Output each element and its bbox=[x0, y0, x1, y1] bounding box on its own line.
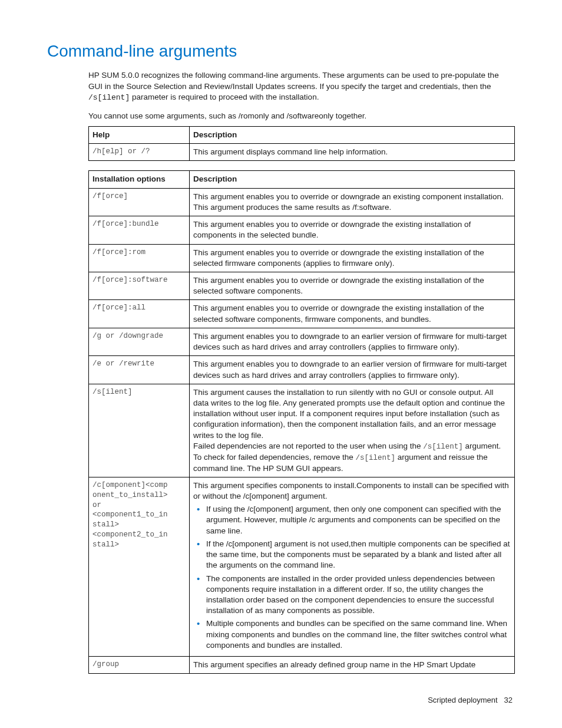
inline-code: /s[ilent] bbox=[423, 443, 463, 451]
arg-cell: /group bbox=[89, 657, 190, 674]
code-line: stall> bbox=[92, 541, 119, 549]
arg-cell: /f[orce]:all bbox=[89, 300, 190, 328]
table-row: /f[orce]:bundle This argument enables yo… bbox=[89, 216, 515, 244]
table-row: /f[orce]:all This argument enables you t… bbox=[89, 300, 515, 328]
table-row: /h[elp] or /? This argument displays com… bbox=[89, 144, 515, 161]
desc-text: This argument causes the installation to… bbox=[193, 388, 505, 440]
arg-cell: /f[orce]:bundle bbox=[89, 216, 190, 244]
table-row: /f[orce] This argument enables you to ov… bbox=[89, 188, 515, 216]
intro-paragraph-2: You cannot use some arguments, such as /… bbox=[88, 111, 515, 121]
table-row: /g or /downgrade This argument enables y… bbox=[89, 328, 515, 355]
desc-cell: This argument enables you to override or… bbox=[190, 188, 515, 216]
list-item: If using the /c[omponent] argument, then… bbox=[204, 504, 511, 536]
desc-cell: This argument specifies an already defin… bbox=[190, 657, 515, 674]
arg-cell: /f[orce]:rom bbox=[89, 244, 190, 272]
arg-cell: /c[omponent]<comp onent_to_install> or <… bbox=[89, 477, 190, 656]
code-line: or bbox=[92, 501, 101, 509]
intro-paragraph-1: HP SUM 5.0.0 recognizes the following co… bbox=[88, 70, 515, 103]
desc-cell: This argument enables you to override or… bbox=[190, 244, 515, 272]
install-options-table: Installation options Description /f[orce… bbox=[88, 170, 515, 674]
intro-text-b: parameter is required to proceed with th… bbox=[130, 93, 319, 101]
desc-intro: This argument specifies components to in… bbox=[193, 481, 509, 500]
arg-cell: /f[orce]:software bbox=[89, 272, 190, 299]
list-item: If the /c[omponent] argument is not used… bbox=[204, 539, 511, 571]
arg-cell: /e or /rewrite bbox=[89, 356, 190, 384]
intro-code: /s[ilent] bbox=[88, 93, 130, 102]
code-line: <component1_to_in bbox=[92, 510, 168, 519]
col-header-install-options: Installation options bbox=[89, 171, 190, 188]
arg-cell: /s[ilent] bbox=[89, 384, 190, 477]
intro-text: HP SUM 5.0.0 recognizes the following co… bbox=[88, 71, 499, 90]
table-row: /group This argument specifies an alread… bbox=[89, 657, 515, 674]
table-header-row: Help Description bbox=[89, 127, 515, 144]
bullet-list: If using the /c[omponent] argument, then… bbox=[193, 504, 511, 651]
col-header-description: Description bbox=[190, 171, 515, 188]
code-line: <component2_to_in bbox=[92, 531, 168, 539]
desc-cell: This argument specifies components to in… bbox=[190, 477, 515, 656]
arg-cell: /f[orce] bbox=[89, 188, 190, 216]
desc-cell: This argument enables you to downgrade t… bbox=[190, 356, 515, 384]
col-header-help: Help bbox=[89, 127, 190, 144]
table-row: /f[orce]:software This argument enables … bbox=[89, 272, 515, 299]
footer-page-number: 32 bbox=[504, 696, 513, 704]
desc-cell: This argument displays command line help… bbox=[190, 144, 515, 161]
list-item: The components are installed in the orde… bbox=[204, 574, 511, 617]
desc-cell: This argument enables you to downgrade t… bbox=[190, 328, 515, 355]
desc-cell: This argument enables you to override or… bbox=[190, 300, 515, 328]
table-row: /c[omponent]<comp onent_to_install> or <… bbox=[89, 477, 515, 656]
table-row: /f[orce]:rom This argument enables you t… bbox=[89, 244, 515, 272]
col-header-description: Description bbox=[190, 127, 515, 144]
desc-cell: This argument enables you to override or… bbox=[190, 272, 515, 299]
desc-text: Failed dependencies are not reported to … bbox=[193, 442, 423, 450]
table-header-row: Installation options Description bbox=[89, 171, 515, 188]
code-line: /c[omponent]<comp bbox=[92, 481, 168, 489]
arg-cell: /h[elp] or /? bbox=[89, 144, 190, 161]
desc-cell: This argument enables you to override or… bbox=[190, 216, 515, 244]
arg-cell: /g or /downgrade bbox=[89, 328, 190, 355]
code-line: onent_to_install> bbox=[92, 491, 168, 499]
page-title: Command-line arguments bbox=[47, 40, 515, 62]
table-row: /e or /rewrite This argument enables you… bbox=[89, 356, 515, 384]
list-item: Multiple components and bundles can be s… bbox=[204, 618, 511, 651]
desc-cell: This argument causes the installation to… bbox=[190, 384, 515, 477]
table-row: /s[ilent] This argument causes the insta… bbox=[89, 384, 515, 477]
code-line: stall> bbox=[92, 521, 119, 529]
footer-section: Scripted deployment bbox=[428, 696, 498, 704]
help-table: Help Description /h[elp] or /? This argu… bbox=[88, 126, 515, 161]
page-footer: Scripted deployment 32 bbox=[47, 695, 515, 706]
inline-code: /s[ilent] bbox=[355, 454, 395, 462]
